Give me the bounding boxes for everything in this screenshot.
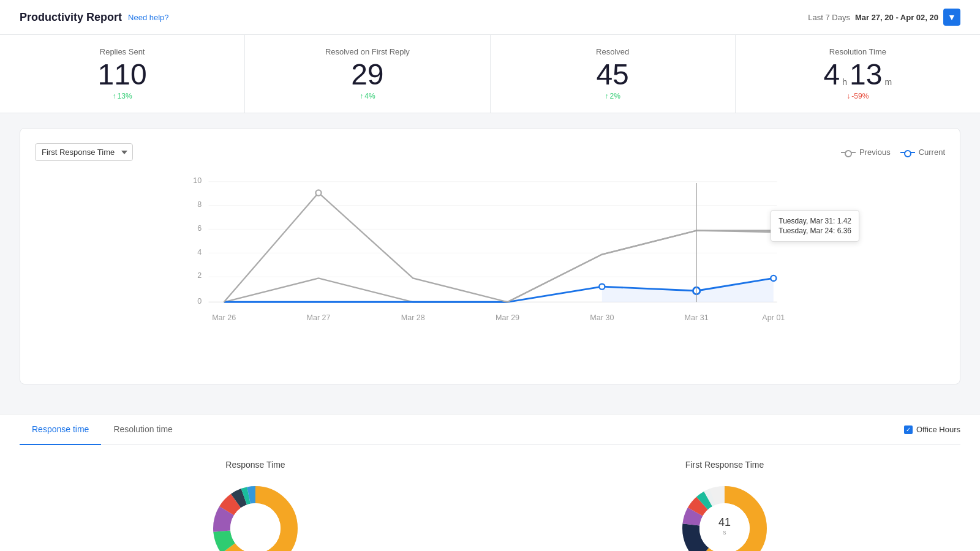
date-range: Mar 27, 20 - Apr 02, 20	[855, 13, 938, 22]
svg-text:8: 8	[197, 200, 202, 209]
legend-current: Current	[900, 148, 945, 157]
current-line-icon	[900, 152, 915, 153]
donut-wrap	[206, 479, 304, 551]
metric-change: -59%	[750, 92, 965, 100]
svg-point-22	[771, 276, 776, 281]
metric-change: 2%	[505, 92, 720, 100]
tab-response-time[interactable]: Response time	[20, 414, 101, 445]
minutes-unit: m	[884, 77, 892, 87]
chart-card: First Response Time Resolution Time Prev…	[20, 128, 960, 384]
header-right: Last 7 Days Mar 27, 20 - Apr 02, 20 ▼	[808, 9, 960, 26]
legend-previous: Previous	[841, 148, 891, 157]
bottom-section: Response time Resolution time Office Hou…	[0, 414, 980, 551]
chart-legend: Previous Current	[841, 148, 945, 157]
donut-title: Response Time	[39, 460, 472, 470]
help-link[interactable]: Need help?	[128, 13, 169, 22]
donut-wrap: 41 s	[676, 479, 774, 551]
svg-text:s: s	[723, 529, 726, 536]
metric-value-row: 110	[15, 60, 230, 89]
change-value: 13%	[118, 92, 132, 100]
change-value: -59%	[851, 92, 869, 100]
metric-value-minutes: 13	[850, 60, 882, 89]
change-value: 2%	[609, 92, 620, 100]
metric-replies-sent: Replies Sent 110 13%	[0, 35, 245, 113]
chart-svg: 10 8 6 4 2 0 Mar 26 Mar 27 Mar 28 Ma	[35, 173, 945, 369]
svg-text:Mar 31: Mar 31	[685, 313, 709, 322]
tabs-right: Office Hours	[904, 425, 960, 434]
svg-text:10: 10	[193, 176, 202, 185]
metric-value: 110	[98, 60, 147, 89]
donut-section: Response Time	[20, 445, 960, 551]
svg-text:0: 0	[197, 297, 202, 305]
chart-header: First Response Time Resolution Time Prev…	[35, 143, 945, 161]
arrow-up-icon	[360, 92, 363, 100]
metric-change: 13%	[15, 92, 230, 100]
tab-resolution-time[interactable]: Resolution time	[101, 414, 185, 445]
metric-value-row: 4 h 13 m	[750, 60, 965, 89]
donut-response-time: Response Time	[39, 460, 472, 551]
arrow-down-icon	[846, 92, 850, 100]
donut-title: First Response Time	[508, 460, 941, 470]
metric-label: Replies Sent	[15, 47, 230, 56]
arrow-up-icon	[113, 92, 116, 100]
header-left: Productivity Report Need help?	[20, 11, 169, 24]
office-hours-label: Office Hours	[916, 425, 960, 434]
office-hours-checkbox[interactable]	[904, 425, 913, 434]
svg-text:Mar 26: Mar 26	[212, 313, 236, 322]
header: Productivity Report Need help? Last 7 Da…	[0, 0, 980, 35]
metric-value-row: 29	[260, 60, 475, 89]
svg-text:Mar 30: Mar 30	[590, 313, 614, 322]
page-title: Productivity Report	[20, 11, 122, 24]
svg-point-23	[315, 190, 321, 195]
donut-chart	[206, 479, 304, 551]
date-prefix: Last 7 Days	[808, 13, 850, 22]
donut-chart: 41 s	[676, 479, 774, 551]
chart-area: 10 8 6 4 2 0 Mar 26 Mar 27 Mar 28 Ma	[35, 173, 945, 369]
metric-resolution-time: Resolution Time 4 h 13 m -59%	[736, 35, 980, 113]
metric-label: Resolution Time	[750, 47, 965, 56]
svg-text:Apr 01: Apr 01	[762, 313, 785, 322]
svg-text:41: 41	[718, 516, 731, 528]
main-content: First Response Time Resolution Time Prev…	[0, 113, 980, 414]
arrow-up-icon	[605, 92, 608, 100]
change-value: 4%	[364, 92, 375, 100]
svg-point-20	[599, 284, 605, 290]
metric-change: 4%	[260, 92, 475, 100]
svg-text:6: 6	[197, 224, 202, 233]
svg-text:2: 2	[197, 271, 202, 280]
svg-text:Mar 28: Mar 28	[401, 313, 425, 322]
metric-resolved: Resolved 45 2%	[491, 35, 736, 113]
hours-unit: h	[842, 77, 847, 87]
date-dropdown-button[interactable]: ▼	[943, 9, 960, 26]
metric-label: Resolved on First Reply	[260, 47, 475, 56]
donut-first-response-time: First Response Time	[508, 460, 941, 551]
metric-value: 29	[351, 60, 383, 89]
metric-resolved-first-reply: Resolved on First Reply 29 4%	[245, 35, 490, 113]
metric-value-row: 45	[505, 60, 720, 89]
metrics-bar: Replies Sent 110 13% Resolved on First R…	[0, 35, 980, 113]
tabs: Response time Resolution time Office Hou…	[20, 414, 960, 445]
metric-value-hours: 4	[824, 60, 840, 89]
svg-text:Mar 27: Mar 27	[306, 313, 330, 322]
svg-text:4: 4	[197, 248, 202, 257]
metric-value: 45	[596, 60, 628, 89]
legend-current-label: Current	[919, 148, 945, 157]
chevron-down-icon: ▼	[948, 12, 956, 22]
legend-previous-label: Previous	[859, 148, 891, 157]
previous-line-icon	[841, 152, 856, 153]
metric-label: Resolved	[505, 47, 720, 56]
chart-metric-select[interactable]: First Response Time Resolution Time	[35, 143, 133, 161]
svg-text:Mar 29: Mar 29	[496, 313, 519, 322]
